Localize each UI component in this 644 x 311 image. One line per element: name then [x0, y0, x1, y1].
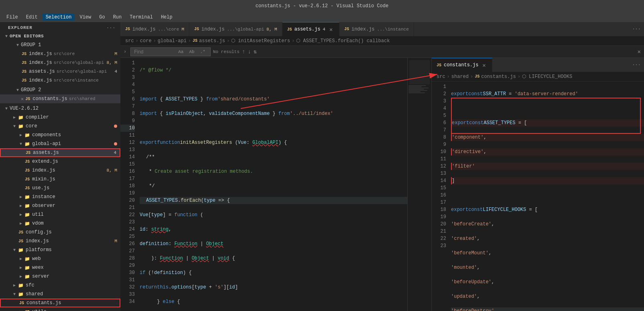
find-prev-icon[interactable]: ↑ — [242, 49, 245, 55]
extend-file[interactable]: JS extend.js — [0, 157, 120, 166]
index-global-api-file[interactable]: JS index.js 8, M — [0, 166, 120, 175]
find-bar: › Aa Ab .* No results ↑ ↓ ⇅ ✕ — [120, 46, 644, 58]
utils-folder[interactable]: 📁 utils — [0, 307, 120, 311]
tabs-more[interactable]: ··· — [629, 27, 644, 32]
js-icon: JS — [21, 68, 27, 75]
observer-folder[interactable]: 📁 observer — [0, 201, 120, 210]
config-file[interactable]: JS config.js — [0, 228, 120, 237]
folder-name: components — [32, 132, 61, 138]
menu-help[interactable]: Help — [158, 14, 176, 21]
components-folder[interactable]: 📁 components — [0, 131, 120, 139]
js-icon: JS — [125, 27, 130, 31]
index-core-file[interactable]: JS index.js M — [0, 237, 120, 246]
menu-run[interactable]: Run — [110, 14, 125, 21]
menu-file[interactable]: File — [3, 14, 21, 21]
editor-tabs-bar: JS index.js ...\core M JS index.js ...\g… — [120, 22, 644, 36]
open-file-index-core[interactable]: JS index.js src\core M — [0, 49, 120, 58]
use-file[interactable]: JS use.js — [0, 184, 120, 192]
find-input[interactable] — [134, 49, 174, 55]
menu-go[interactable]: Go — [96, 14, 108, 21]
close-icon[interactable]: ✕ — [21, 96, 24, 102]
shared-folder[interactable]: 📁 shared — [0, 290, 120, 299]
right-tabs-more[interactable]: ··· — [629, 62, 644, 68]
mixin-file[interactable]: JS mixin.js — [0, 175, 120, 184]
folder-icon: 📁 — [24, 132, 30, 138]
file-badge: 4 — [114, 69, 117, 74]
instance-folder[interactable]: 📁 instance — [0, 192, 120, 201]
code-line: export const ASSET_TYPES = [ — [451, 119, 644, 127]
asset-types-red-box — [451, 98, 641, 134]
find-wrap-icon[interactable]: ⇅ — [254, 48, 257, 55]
vdom-folder[interactable]: 📁 vdom — [0, 219, 120, 228]
server-folder[interactable]: 📁 server — [0, 272, 120, 281]
find-close-icon[interactable]: ✕ — [638, 48, 641, 55]
platforms-folder[interactable]: 📁 platforms — [0, 246, 120, 254]
web-folder[interactable]: 📁 web — [0, 254, 120, 263]
open-file-index-instance[interactable]: JS index.js src\core\instance — [0, 76, 120, 85]
components-chevron — [18, 132, 24, 138]
folder-name: global-api — [32, 141, 61, 147]
open-file-index-global[interactable]: JS index.js src\core\global-api 8, M — [0, 58, 120, 67]
js-icon: JS — [24, 167, 30, 174]
tab-constants[interactable]: JS constants.js ✕ — [432, 58, 492, 72]
core-folder[interactable]: 📁 core — [0, 122, 120, 131]
sidebar: EXPLORER ··· Open Editors GROUP 1 — [0, 22, 120, 311]
right-breadcrumb: src › shared › JS constants.js › ⬡ LIFEC… — [432, 72, 644, 82]
menu-terminal[interactable]: Terminal — [126, 14, 156, 21]
code-line: ] — [451, 177, 644, 184]
menu-edit[interactable]: Edit — [23, 14, 41, 21]
code-line-active: ASSET_TYPES.forEach(type => { — [140, 197, 407, 204]
tab-index-global-api[interactable]: JS index.js ...\global-api 8, M — [189, 22, 282, 36]
vue-root-header[interactable]: VUE-2.6.12 — [0, 104, 120, 113]
util-folder[interactable]: 📁 util — [0, 210, 120, 219]
code-line: /** — [140, 153, 407, 161]
sfc-folder[interactable]: 📁 sfc — [0, 281, 120, 290]
find-next-icon[interactable]: ↓ — [248, 49, 251, 55]
folder-icon: 📁 — [24, 194, 30, 200]
breadcrumb-sep: › — [188, 38, 191, 44]
find-regex-btn[interactable]: .* — [199, 49, 207, 55]
open-editors-label: Open Editors — [10, 34, 44, 39]
tab-path: ...\global-api — [227, 27, 264, 32]
weex-folder[interactable]: 📁 weex — [0, 263, 120, 272]
open-file-constants-active[interactable]: ✕ JS constants.js src\shared — [0, 94, 120, 103]
assets-file[interactable]: JS assets.js 4 — [0, 148, 120, 157]
menu-bar: File Edit Selection View Go Run Terminal… — [0, 12, 644, 22]
right-panel: JS constants.js ✕ ··· src › shared › JS … — [431, 58, 644, 311]
find-word-btn[interactable]: Ab — [187, 49, 196, 55]
tab-assets-active[interactable]: JS assets.js 4 ✕ — [282, 22, 339, 36]
file-name: constants.js — [26, 300, 61, 306]
menu-selection[interactable]: Selection — [43, 14, 75, 21]
constants-file[interactable]: JS constants.js — [0, 299, 120, 307]
shared-chevron — [11, 291, 18, 297]
file-name: constants.js — [33, 96, 67, 102]
js-icon: JS — [21, 77, 27, 84]
open-file-assets[interactable]: JS assets.js src\core\global-api 4 — [0, 67, 120, 76]
tab-close-icon[interactable]: ✕ — [328, 26, 334, 33]
global-api-folder[interactable]: 📁 global-api — [0, 139, 120, 148]
tab-badge: 8, M — [266, 27, 277, 32]
tab-index-core[interactable]: JS index.js ...\core M — [120, 22, 189, 36]
tab-index-instance[interactable]: JS index.js ...\instance — [339, 22, 414, 36]
file-badge: 8, M — [107, 60, 117, 65]
right-line-numbers: 12345 678910 1112131415 1617181920 21222… — [432, 83, 451, 311]
group2-header[interactable]: GROUP 2 — [0, 86, 120, 94]
vue-root-chevron — [3, 105, 10, 112]
open-editors-header[interactable]: Open Editors — [0, 32, 120, 41]
tab-label: index.js — [132, 27, 156, 32]
minimap-line — [408, 88, 429, 88]
code-line: ): Function | Object | void { — [140, 255, 407, 262]
file-name: index.js — [29, 78, 52, 83]
group1-header[interactable]: GROUP 1 — [0, 41, 120, 49]
compiler-folder[interactable]: 📁 compiler — [0, 113, 120, 122]
js-icon: JS — [24, 158, 30, 165]
find-case-btn[interactable]: Aa — [177, 49, 185, 55]
sfc-chevron — [11, 282, 18, 288]
tab-close-icon[interactable]: ✕ — [481, 62, 487, 68]
menu-view[interactable]: View — [76, 14, 94, 21]
more-icon[interactable]: ··· — [106, 25, 116, 30]
code-line — [140, 125, 407, 132]
find-arrow-icon[interactable]: › — [124, 49, 126, 55]
folder-name: shared — [26, 291, 43, 297]
code-line: 'beforeCreate', — [451, 221, 644, 228]
